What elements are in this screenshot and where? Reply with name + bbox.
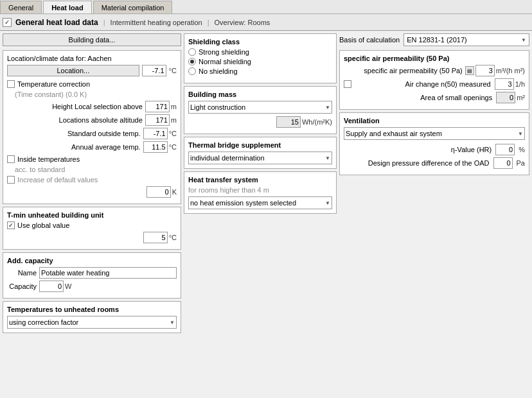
building-mass-title: Building mass	[188, 91, 332, 98]
k-value-input[interactable]	[146, 186, 171, 198]
specific-air-section: specific air permeability (50 Pa) specif…	[339, 50, 529, 110]
std-outside-input[interactable]	[143, 128, 168, 139]
overview-link[interactable]: Overview: Rooms	[215, 19, 270, 26]
std-outside-row: Standard outside temp. °C	[7, 128, 177, 139]
air-perm-unit: m³/(h m²)	[496, 67, 525, 74]
ventilation-arrow: ▼	[518, 131, 523, 137]
heat-transfer-dropdown[interactable]: no heat emission system selected ▼	[188, 196, 332, 209]
annual-avg-input[interactable]	[143, 141, 168, 153]
location-button[interactable]: Location...	[7, 65, 139, 76]
intermittent-link[interactable]: Intermittent heating operation	[111, 19, 202, 26]
inside-temps-checkbox[interactable]	[7, 155, 15, 163]
add-capacity-cap-input[interactable]	[39, 281, 64, 292]
inside-temps-label: Inside temperatures	[17, 155, 80, 163]
middle-panel: Shielding class Strong shielding Normal …	[184, 33, 337, 333]
std-outside-label: Standard outside temp.	[7, 130, 143, 137]
tab-material[interactable]: Material compilation	[93, 1, 173, 13]
tab-general[interactable]: General	[0, 1, 42, 13]
left-panel: Building data... Location/climate data f…	[3, 33, 181, 333]
tabs-bar: General Heat load Material compilation	[0, 0, 532, 14]
small-openings-input[interactable]	[496, 92, 515, 103]
building-mass-dropdown[interactable]: Light construction ▼	[188, 101, 332, 114]
increase-defaults-row: Increase of default values	[7, 176, 177, 184]
sep2: |	[208, 19, 209, 26]
use-global-row: Use global value	[7, 221, 177, 229]
location-temp-unit: °C	[169, 67, 177, 74]
header-checkbox[interactable]	[3, 18, 12, 27]
basis-row: Basis of calculation EN 12831-1 (2017) ▼	[339, 33, 529, 46]
shielding-no-radio[interactable]	[188, 67, 196, 75]
location-temp-input[interactable]	[142, 65, 166, 76]
air-change-unit: 1/h	[515, 80, 525, 88]
locations-alt-label: Locations absolute altitude	[7, 116, 145, 124]
shielding-radio-group: Strong shielding Normal shielding No shi…	[188, 48, 332, 75]
air-perm-row: specific air permeability (50 Pa) ▤ m³/(…	[344, 65, 525, 76]
temp-correction-checkbox[interactable]	[7, 80, 15, 88]
hr-input[interactable]	[495, 144, 515, 155]
header-title: General heat load data	[15, 18, 98, 27]
thermal-bridge-arrow: ▼	[325, 155, 330, 161]
building-data-button[interactable]: Building data...	[3, 33, 181, 46]
std-outside-unit: °C	[169, 130, 177, 137]
temp-unheated-arrow: ▼	[170, 320, 175, 325]
shielding-title: Shielding class	[188, 38, 332, 46]
add-capacity-section: Add. capacity Name Capacity W	[3, 252, 181, 298]
thermal-bridge-title: Thermal bridge supplement	[188, 141, 332, 149]
thermal-bridge-dropdown[interactable]: individual determination ▼	[188, 151, 332, 164]
hr-unit: %	[519, 146, 525, 153]
shielding-normal-radio[interactable]	[188, 58, 196, 65]
main-content: Building data... Location/climate data f…	[0, 31, 532, 336]
height-local-label: Height Local selection above	[7, 103, 145, 110]
ventilation-title: Ventilation	[344, 117, 525, 125]
header-bar: General heat load data | Intermittent he…	[0, 14, 532, 31]
right-panel: Basis of calculation EN 12831-1 (2017) ▼…	[339, 33, 529, 333]
add-capacity-name-input[interactable]	[39, 267, 177, 279]
air-change-checkbox[interactable]	[344, 80, 351, 88]
increase-defaults-label: Increase of default values	[17, 176, 98, 184]
shielding-no-label: No shielding	[199, 67, 238, 75]
heat-transfer-section: Heat transfer system for rooms higher th…	[184, 171, 337, 214]
ventilation-section: Ventilation Supply and exhaust air syste…	[339, 112, 529, 175]
air-perm-input[interactable]	[475, 65, 495, 76]
temp-unheated-title: Temperatures to unheated rooms	[7, 306, 177, 313]
building-mass-unit: Wh/(m²K)	[302, 118, 332, 126]
use-global-checkbox[interactable]	[7, 221, 15, 229]
basis-dropdown[interactable]: EN 12831-1 (2017) ▼	[403, 33, 529, 46]
air-change-row: Air change n(50) measured 1/h	[344, 78, 525, 90]
shielding-strong-radio[interactable]	[188, 48, 196, 56]
location-section: Location/climate data for: Aachen Locati…	[3, 50, 181, 204]
height-local-row: Height Local selection above m	[7, 101, 177, 112]
basis-label: Basis of calculation	[339, 36, 400, 44]
inside-temps-sublabel: acc. to standard	[7, 166, 177, 173]
design-input[interactable]	[493, 157, 513, 169]
t-min-unit: °C	[169, 234, 177, 241]
temp-correction-row: Temperature correction	[7, 80, 177, 88]
height-local-input[interactable]	[145, 101, 170, 112]
t-min-input[interactable]	[143, 232, 168, 243]
hr-label: η-Value (HR)	[451, 146, 492, 153]
add-capacity-name-row: Name	[7, 267, 177, 279]
annual-avg-row: Annual average temp. °C	[7, 141, 177, 153]
building-mass-input[interactable]	[276, 116, 301, 128]
air-perm-label: specific air permeability (50 Pa)	[344, 67, 465, 74]
locations-alt-input[interactable]	[145, 114, 170, 126]
ventilation-dropdown[interactable]: Supply and exhaust air system ▼	[344, 127, 525, 140]
air-change-input[interactable]	[495, 78, 514, 90]
building-mass-arrow: ▼	[325, 105, 330, 110]
thermal-bridge-section: Thermal bridge supplement individual det…	[184, 137, 337, 169]
temp-unheated-dropdown[interactable]: using correction factor ▼	[7, 316, 177, 329]
locations-alt-row: Locations absolute altitude m	[7, 114, 177, 126]
air-change-label: Air change n(50) measured	[354, 80, 493, 88]
increase-defaults-checkbox[interactable]	[7, 176, 15, 184]
heat-transfer-arrow: ▼	[325, 200, 330, 206]
t-min-value-row: °C	[7, 232, 177, 243]
basis-arrow: ▼	[521, 37, 526, 43]
shielding-normal-row: Normal shielding	[188, 58, 332, 65]
shielding-section: Shielding class Strong shielding Normal …	[184, 33, 337, 83]
small-openings-row: Area of small openings m²	[344, 92, 525, 103]
tab-heat-load[interactable]: Heat load	[43, 1, 92, 13]
add-capacity-cap-row: Capacity W	[7, 281, 177, 292]
add-capacity-title: Add. capacity	[7, 257, 177, 264]
air-perm-btn[interactable]: ▤	[465, 66, 474, 75]
use-global-label: Use global value	[17, 221, 69, 229]
